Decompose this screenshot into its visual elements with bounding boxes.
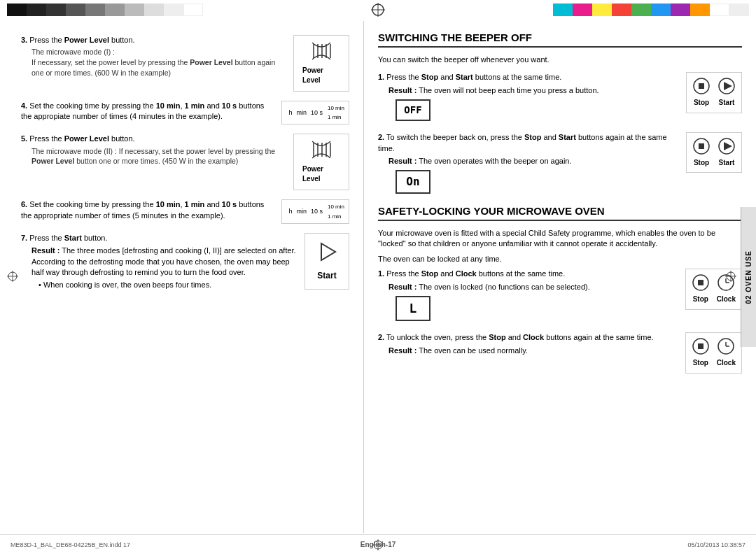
step-7: Start 7. Press the Start button. Result … — [21, 233, 349, 291]
color-swatch — [553, 3, 573, 16]
rp-step4-num: 2. — [378, 333, 384, 341]
start-btn-2: Start — [718, 137, 736, 169]
rp-step-3: Stop Clock 1. Press the Stop and Clock b… — [378, 269, 742, 324]
time-sub-labels: 10 min 1 min — [328, 104, 344, 121]
side-tab-text: 02 OVEN USE — [745, 250, 752, 304]
time-sub-labels2: 10 min 1 min — [328, 203, 344, 220]
rp-step1-num: 1. — [378, 73, 384, 81]
svg-rect-23 — [698, 280, 704, 285]
color-swatch — [7, 3, 27, 16]
10min-label: 10 min — [328, 104, 344, 112]
rp-step2-result-label: Result : — [388, 157, 416, 165]
right-panel: SWITCHING THE BEEPER OFF You can switch … — [364, 21, 756, 533]
stop-start-pair-2: Stop Start — [686, 132, 742, 173]
1min-label: 1 min — [328, 113, 344, 121]
display-lock: L — [396, 296, 430, 321]
section2-intro: Your microwave oven is fitted with a spe… — [378, 228, 742, 250]
top-bar — [0, 0, 756, 20]
color-swatch — [690, 3, 710, 16]
microwave-icon-2 — [308, 140, 335, 164]
svg-rect-28 — [698, 343, 704, 349]
crosshair-icon — [371, 3, 385, 17]
color-swatch — [710, 3, 729, 16]
section1-title: SWITCHING THE BEEPER OFF — [378, 31, 742, 48]
step7-num: 7. — [21, 234, 27, 242]
color-swatch — [631, 3, 651, 16]
10min-label2: 10 min — [328, 203, 344, 211]
right-crosshair — [725, 271, 736, 283]
clock-label-1: Clock — [717, 294, 736, 305]
step-4: h min 10 s 10 min 1 min 4. Set the cooki… — [21, 101, 349, 128]
stop-label-2: Stop — [694, 158, 709, 169]
step5-num: 5. — [21, 134, 27, 143]
color-swatch — [651, 3, 671, 16]
color-swatch — [612, 3, 631, 16]
svg-marker-13 — [321, 243, 335, 260]
color-swatch — [46, 3, 66, 16]
color-swatch — [85, 3, 105, 16]
microwave-button-panel-1: Power Level — [293, 35, 349, 92]
start-btn-1: Start — [718, 77, 736, 108]
main-content: Power Level 3. Press the Power Level but… — [0, 21, 756, 533]
stop-clock-pair-2: Stop Clock — [685, 332, 742, 374]
rp-step-4: Stop Clock 2. To unlock the oven, press … — [378, 332, 742, 374]
color-swatch — [144, 3, 164, 16]
color-swatch — [125, 3, 144, 16]
step-3: Power Level 3. Press the Power Level but… — [21, 35, 349, 95]
start-icon-1 — [718, 77, 736, 98]
color-bars-left — [7, 3, 203, 16]
stop-btn-2: Stop — [692, 137, 710, 169]
min-label2: min — [296, 207, 307, 216]
svg-rect-15 — [699, 83, 704, 89]
color-swatch — [66, 3, 85, 16]
microwave-button-panel-2: Power Level — [293, 134, 349, 190]
step3-num: 3. — [21, 36, 27, 44]
color-swatch — [105, 3, 125, 16]
clock-btn-2: Clock — [717, 337, 736, 369]
step3-powerlevel: Power Level — [64, 36, 109, 44]
stop-start-pair-1: Stop Start — [686, 72, 742, 113]
bottom-center: English-17 — [360, 541, 396, 548]
stop-btn-3: Stop — [692, 274, 710, 305]
start-icon-2 — [718, 137, 736, 158]
step-5: Power Level 5. Press the Power Level but… — [21, 134, 349, 194]
stop-icon-2 — [692, 137, 710, 158]
time-col-h: h — [288, 108, 292, 118]
color-swatch — [183, 3, 203, 16]
min-label: min — [296, 108, 307, 118]
stop-label-3: Stop — [693, 294, 708, 305]
rp-step2-num: 2. — [378, 133, 384, 141]
color-swatch — [164, 3, 183, 16]
microwave-label-2: Power Level — [302, 164, 340, 184]
color-swatch — [671, 3, 690, 16]
stop-btn-4: Stop — [692, 337, 710, 369]
step7-result: Result : The three modes [defrosting and… — [31, 246, 349, 278]
bottom-bar: ME83D-1_BAL_DE68-04225B_EN.indd 17 Engli… — [0, 534, 756, 554]
color-swatch — [592, 3, 612, 16]
start-icon — [316, 241, 338, 270]
stop-label-1: Stop — [694, 98, 709, 108]
step7-result-text: The three modes [defrosting and cooking … — [31, 246, 296, 276]
stop-icon-1 — [692, 77, 710, 98]
h-label: h — [288, 108, 292, 118]
left-crosshair — [7, 271, 18, 283]
color-swatch — [27, 3, 46, 16]
time-display-2: h min 10 s 10 min 1 min — [281, 199, 349, 223]
start-label: Start — [317, 270, 336, 282]
step-6: h min 10 s 10 min 1 min 6. Set the cooki… — [21, 199, 349, 227]
bottom-left: ME83D-1_BAL_DE68-04225B_EN.indd 17 — [10, 541, 130, 548]
h-label2: h — [288, 207, 292, 216]
start-label-1: Start — [719, 98, 735, 108]
step6-num: 6. — [21, 200, 27, 208]
section1-intro: You can switch the beeper off whenever y… — [378, 55, 742, 65]
rp-step1-result-label: Result : — [388, 86, 416, 94]
color-swatch — [573, 3, 592, 16]
microwave-label-1: Power Level — [302, 66, 340, 85]
step4-num: 4. — [21, 101, 27, 110]
clock-label-2: Clock — [717, 358, 736, 369]
start-button-panel: Start — [304, 233, 349, 290]
rp-step-2: Stop Start 2. To switch the beeper back … — [378, 132, 742, 197]
svg-marker-21 — [724, 142, 732, 150]
step7-result-label: Result : — [31, 246, 59, 255]
bottom-right: 05/10/2013 10:38:57 — [687, 541, 746, 548]
